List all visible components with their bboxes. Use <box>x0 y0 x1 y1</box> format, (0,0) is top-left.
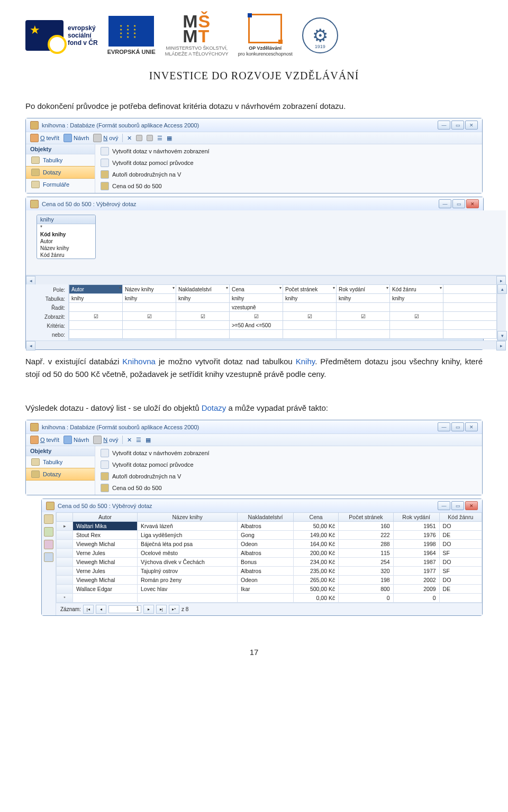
table-box-knihy[interactable]: knihy * Kód knihy Autor Název knihy Kód … <box>37 215 96 259</box>
grid-cell-criteria[interactable] <box>123 321 176 330</box>
cell[interactable] <box>138 594 238 603</box>
cell[interactable]: 1951 <box>393 522 439 531</box>
object-item[interactable]: Cena od 50 do 500 <box>95 180 482 192</box>
column-header[interactable]: Nakladatelství <box>238 513 294 522</box>
maximize-button[interactable]: ▭ <box>451 121 464 130</box>
object-item[interactable]: Vytvořit dotaz pomocí průvodce <box>95 459 482 470</box>
cell[interactable]: 1977 <box>393 567 439 576</box>
grid-cell-sort[interactable] <box>69 303 123 312</box>
grid-cell-field[interactable]: Nakladatelství <box>176 285 230 294</box>
cell[interactable]: Verne Jules <box>73 549 138 558</box>
minimize-button[interactable]: — <box>439 199 451 208</box>
grid-cell-show[interactable]: ☑ <box>69 312 123 321</box>
grid-cell-table[interactable]: knihy <box>337 294 390 303</box>
grid-cell-or[interactable] <box>176 330 230 339</box>
design-button[interactable]: Návrh <box>64 436 89 444</box>
cell[interactable]: 0 <box>393 594 439 603</box>
tool-icon[interactable] <box>44 527 53 537</box>
maximize-button[interactable]: ▭ <box>451 501 464 510</box>
nav-last-button[interactable]: ▸| <box>156 605 167 614</box>
cell[interactable]: 265,00 Kč <box>294 576 339 585</box>
cell[interactable]: 0 <box>339 594 393 603</box>
cell[interactable]: 200,00 Kč <box>294 549 339 558</box>
cell[interactable]: 2002 <box>393 576 439 585</box>
grid-cell-show[interactable]: ☑ <box>283 312 337 321</box>
grid-cell-show[interactable]: ☑ <box>390 312 443 321</box>
result-table[interactable]: AutorNázev knihyNakladatelstvíCenaPočet … <box>56 512 482 603</box>
cell[interactable] <box>73 594 138 603</box>
cell[interactable]: SF <box>439 549 482 558</box>
row-selector[interactable]: ▸ <box>57 522 73 531</box>
field[interactable]: Kód knihy <box>37 231 95 238</box>
cell[interactable]: 149,00 Kč <box>294 531 339 540</box>
row-selector[interactable] <box>57 549 73 558</box>
new-button[interactable]: Nový <box>93 436 118 444</box>
sidebar-item-queries[interactable]: Dotazy <box>26 166 95 179</box>
row-selector[interactable] <box>57 567 73 576</box>
sidebar-item-queries[interactable]: Dotazy <box>26 468 95 481</box>
row-selector[interactable]: * <box>57 594 73 603</box>
design-button[interactable]: Návrh <box>64 134 89 142</box>
cell[interactable]: Gong <box>238 531 294 540</box>
cell[interactable]: 320 <box>339 567 393 576</box>
grid-cell-show[interactable]: ☑ <box>337 312 390 321</box>
grid-cell-criteria[interactable] <box>283 321 337 330</box>
grid-cell-or[interactable] <box>123 330 176 339</box>
query-tables-pane[interactable]: knihy * Kód knihy Autor Název knihy Kód … <box>26 210 506 275</box>
close-button[interactable]: ✕ <box>465 121 478 130</box>
grid-cell-or[interactable] <box>69 330 123 339</box>
row-selector[interactable] <box>57 531 73 540</box>
grid-cell-show[interactable]: ☑ <box>230 312 283 321</box>
grid-cell-table[interactable]: knihy <box>176 294 230 303</box>
close-button[interactable]: ✕ <box>465 501 478 510</box>
maximize-button[interactable]: ▭ <box>452 199 465 208</box>
cell[interactable]: Výchova dívek v Čechách <box>138 558 238 567</box>
cell[interactable]: DO <box>439 576 482 585</box>
grid-cell-field[interactable]: Počet stránek <box>283 285 337 294</box>
cell[interactable]: 1998 <box>393 540 439 549</box>
object-item[interactable]: Vytvořit dotaz pomocí průvodce <box>95 157 482 169</box>
table-row[interactable]: Viewegh MichalRomán pro ženyOdeon265,00 … <box>57 576 482 585</box>
cell[interactable]: 1976 <box>393 531 439 540</box>
object-item[interactable]: Vytvořit dotaz v návrhovém zobrazení <box>95 145 482 157</box>
grid-cell-sort[interactable] <box>123 303 176 312</box>
table-row[interactable]: ▸Waltari MikaKrvavá lázeňAlbatros50,00 K… <box>57 522 482 531</box>
grid-cell-sort[interactable] <box>283 303 337 312</box>
grid-cell-or[interactable] <box>390 330 443 339</box>
cell[interactable]: 500,00 Kč <box>294 585 339 594</box>
grid-cell-or[interactable] <box>283 330 337 339</box>
grid-cell-field[interactable]: Autor <box>69 285 123 294</box>
cell[interactable]: DO <box>439 522 482 531</box>
cell[interactable]: 222 <box>339 531 393 540</box>
object-item[interactable]: Vytvořit dotaz v návrhovém zobrazení <box>95 447 482 459</box>
cell[interactable]: Verne Jules <box>73 567 138 576</box>
cell[interactable]: Ocelové město <box>138 549 238 558</box>
open-button[interactable]: OOtevříttevřít <box>30 134 59 142</box>
grid-cell-field[interactable]: Cena <box>230 285 283 294</box>
grid-cell-criteria[interactable] <box>390 321 443 330</box>
cell[interactable]: Báječná léta pod psa <box>138 540 238 549</box>
grid-cell-criteria[interactable] <box>69 321 123 330</box>
cell[interactable]: Bonus <box>238 558 294 567</box>
close-button[interactable]: ✕ <box>465 422 478 431</box>
row-selector[interactable] <box>57 558 73 567</box>
cell[interactable]: Albatros <box>238 549 294 558</box>
grid-cell-criteria[interactable] <box>176 321 230 330</box>
grid-cell-table[interactable]: knihy <box>390 294 443 303</box>
cell[interactable]: 235,00 Kč <box>294 567 339 576</box>
scrollbar-horizontal[interactable]: ◂▸ <box>26 340 506 349</box>
cell[interactable]: Tajuplný ostrov <box>138 567 238 576</box>
cell[interactable]: 1964 <box>393 549 439 558</box>
cell[interactable]: DO <box>439 540 482 549</box>
cell[interactable]: Viewegh Michal <box>73 540 138 549</box>
grid-cell-field[interactable]: Kód žánru <box>390 285 443 294</box>
table-row[interactable]: Viewegh MichalBáječná léta pod psaOdeon1… <box>57 540 482 549</box>
row-selector[interactable] <box>57 585 73 594</box>
table-row[interactable]: Stout RexLiga vyděšenýchGong149,00 Kč222… <box>57 531 482 540</box>
cell[interactable]: Román pro ženy <box>138 576 238 585</box>
cell[interactable] <box>238 594 294 603</box>
nav-position-input[interactable]: 1 <box>108 605 141 613</box>
cell[interactable]: 0,00 Kč <box>294 594 339 603</box>
open-button[interactable]: Otevřít <box>30 436 59 444</box>
delete-icon[interactable]: ✕ <box>127 437 132 444</box>
